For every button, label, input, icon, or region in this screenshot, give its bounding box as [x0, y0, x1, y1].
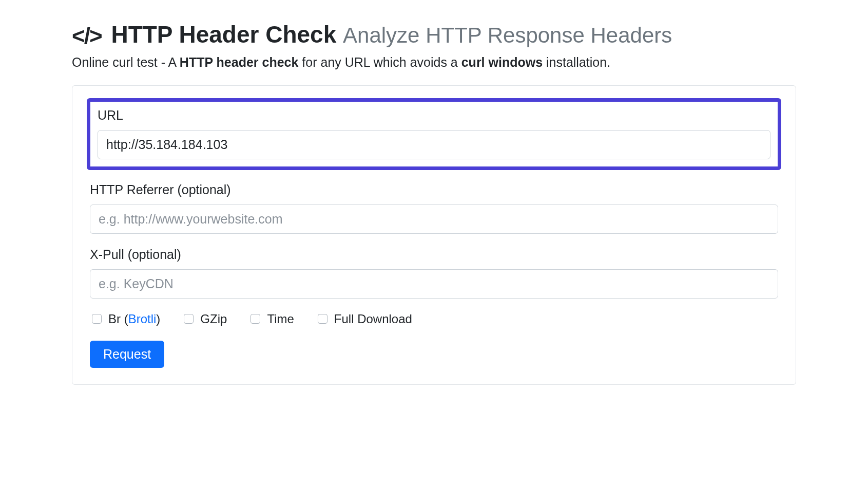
br-checkbox[interactable] — [92, 314, 102, 324]
options-row: Br (Brotli) GZip Time Full Download — [90, 312, 778, 326]
xpull-input[interactable] — [90, 269, 778, 299]
title-subtitle: Analyze HTTP Response Headers — [343, 23, 672, 47]
full-download-label: Full Download — [334, 312, 412, 326]
gzip-option[interactable]: GZip — [182, 312, 227, 326]
time-checkbox[interactable] — [250, 314, 260, 324]
request-button[interactable]: Request — [90, 341, 164, 368]
time-label: Time — [267, 312, 294, 326]
referrer-label: HTTP Referrer (optional) — [90, 182, 778, 197]
br-option[interactable]: Br (Brotli) — [90, 312, 160, 326]
br-label: Br (Brotli) — [108, 312, 160, 326]
intro-text: Online curl test - A HTTP header check f… — [72, 55, 796, 70]
full-download-option[interactable]: Full Download — [316, 312, 412, 326]
xpull-label: X-Pull (optional) — [90, 247, 778, 262]
time-option[interactable]: Time — [248, 312, 294, 326]
page-title: </> HTTP Header Check Analyze HTTP Respo… — [72, 21, 796, 50]
url-input[interactable] — [98, 130, 770, 159]
form-card: URL HTTP Referrer (optional) X-Pull (opt… — [72, 85, 796, 385]
title-main: HTTP Header Check — [111, 21, 336, 48]
url-highlight-box: URL — [87, 98, 781, 170]
brotli-link[interactable]: Brotli — [128, 312, 157, 326]
code-icon: </> — [72, 23, 102, 48]
full-download-checkbox[interactable] — [318, 314, 327, 324]
referrer-input[interactable] — [90, 205, 778, 234]
gzip-checkbox[interactable] — [184, 314, 194, 324]
gzip-label: GZip — [200, 312, 227, 326]
url-label: URL — [98, 108, 770, 123]
